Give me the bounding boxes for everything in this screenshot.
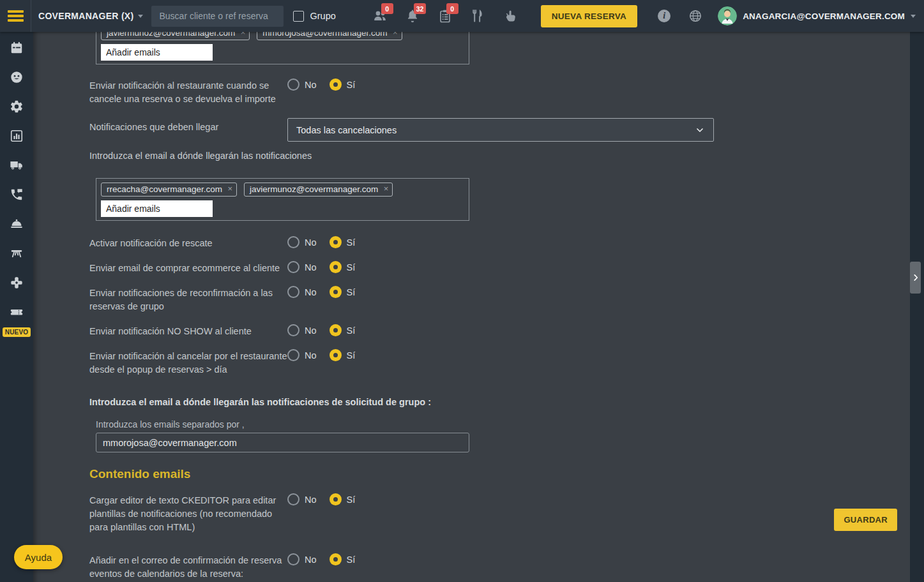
radio-no-label[interactable]: No [305,237,317,248]
remove-tag-icon[interactable]: × [241,32,246,37]
radio-no-label[interactable]: No [305,287,317,297]
radio-no[interactable] [287,349,299,361]
customer-face-icon [10,70,24,84]
radio-si-label[interactable]: Sí [347,237,356,248]
group-emails-input[interactable] [96,433,469,452]
radio-si[interactable] [329,324,342,336]
radio-no-label[interactable]: No [305,350,317,361]
radio-no[interactable] [287,553,299,565]
hamburger-menu-button[interactable] [0,0,31,32]
topbar: COVERMANAGER (X) Grupo 0 32 [0,0,924,32]
radio-si[interactable] [329,261,342,273]
radio-si-label[interactable]: Sí [347,262,356,272]
radio-si[interactable] [329,349,342,361]
gear-icon [10,100,24,114]
sidebar-item-callcenter[interactable] [0,180,33,209]
radio-si-label[interactable]: Sí [347,80,356,90]
nuevo-badge: NUEVO [3,327,31,337]
hand-icon [503,8,518,24]
notifications-type-row: Notificaciones que deben llegar Todas la… [89,121,910,142]
radio-no[interactable] [287,78,299,91]
radio-no[interactable] [287,236,299,248]
radio-si[interactable] [329,236,342,248]
radio-no[interactable] [287,261,299,273]
notification-emails-box-1[interactable]: javiermunoz@covermanager.com × mmorojosa… [96,32,469,64]
notification-emails-box-2[interactable]: rrecacha@covermanager.com × javiermunoz@… [96,178,469,221]
grupo-checkbox[interactable] [293,11,304,22]
setting-row: Enviar notificaciones de reconfirmación … [89,287,910,313]
radio-no-label[interactable]: No [305,80,317,90]
radio-no[interactable] [287,286,299,298]
restaurant-selector[interactable]: COVERMANAGER (X) [38,11,143,21]
email-tag: rrecacha@covermanager.com × [101,183,237,197]
restaurant-icon [470,8,485,24]
remove-tag-icon[interactable]: × [227,184,232,193]
radio-no-label[interactable]: No [305,262,317,272]
setting-row: Cargar editor de texto CKEDITOR para edi… [89,494,910,534]
add-emails-input[interactable] [101,200,213,217]
notifications-type-select[interactable]: Todas las cancelaciones [287,118,714,142]
radio-si[interactable] [329,493,342,505]
waitlist-button[interactable]: 0 [437,8,453,24]
email-tag: mmorojosa@covermanager.com × [257,32,402,40]
radio-no-label[interactable]: No [305,325,317,336]
search-input[interactable] [151,6,284,27]
grupo-label: Grupo [310,11,335,21]
expand-panel-handle[interactable] [910,262,921,294]
radio-no[interactable] [287,493,299,505]
service-button[interactable] [503,8,518,24]
ticket-icon [10,305,24,319]
radio-si[interactable] [329,286,342,298]
setting-row: Enviar notificación al cancelar por el r… [89,350,910,377]
setting-label: Enviar notificación al cancelar por el r… [89,350,287,377]
sidebar: NUEVO [0,32,33,582]
radio-si-label[interactable]: Sí [347,495,356,505]
setting-label: Enviar email de comprar ecommerce al cli… [89,262,287,275]
sidebar-item-tickets[interactable] [0,297,33,327]
remove-tag-icon[interactable]: × [384,184,389,193]
chevron-right-icon [911,273,920,282]
user-menu[interactable]: ANAGARCIA@COVERMANAGER.COM [718,6,916,26]
sidebar-item-statistics[interactable] [0,121,33,151]
sidebar-item-customers[interactable] [0,63,33,92]
radio-no-label[interactable]: No [305,555,317,565]
chevron-down-icon [695,125,705,135]
section-heading: Contenido emails [89,467,910,481]
settings-form: javiermunoz@covermanager.com × mmorojosa… [33,32,910,582]
guests-badge: 0 [381,3,393,14]
setting-row: Enviar email de comprar ecommerce al cli… [89,262,910,275]
remove-tag-icon[interactable]: × [393,32,398,37]
user-email: ANAGARCIA@COVERMANAGER.COM [743,11,905,21]
bar-chart-icon [10,129,24,143]
radio-no[interactable] [287,324,299,336]
new-reservation-button[interactable]: NUEVA RESERVA [541,5,637,27]
save-button[interactable]: GUARDAR [834,509,897,531]
sidebar-item-settings[interactable] [0,92,33,121]
sidebar-item-room-service[interactable] [0,209,33,239]
radio-no-label[interactable]: No [305,495,317,505]
sidebar-item-integrations[interactable] [0,268,33,297]
dpad-cross-icon [10,276,24,290]
sidebar-item-delivery[interactable] [0,151,33,180]
info-icon[interactable]: i [658,10,670,22]
radio-si-label[interactable]: Sí [347,350,356,361]
radio-si-label[interactable]: Sí [347,325,356,336]
add-emails-input[interactable] [101,44,213,61]
radio-si[interactable] [329,553,342,565]
language-button[interactable] [688,9,702,23]
radio-si-label[interactable]: Sí [347,287,356,297]
setting-row: Añadir en el correo de confirmación de r… [89,554,910,581]
chevron-down-icon [911,15,916,18]
phone-message-icon [10,188,24,202]
sidebar-item-calendar[interactable] [0,33,33,63]
setting-row: Enviar notificación NO SHOW al cliente N… [89,325,910,338]
sidebar-item-tables[interactable] [0,239,33,268]
truck-icon [10,158,24,172]
radio-si-label[interactable]: Sí [347,555,356,565]
help-button[interactable]: Ayuda [14,545,63,569]
radio-si[interactable] [329,78,342,91]
setting-label: Cargar editor de texto CKEDITOR para edi… [89,494,287,534]
guests-button[interactable]: 0 [372,8,388,24]
notifications-button[interactable]: 32 [405,8,420,24]
restaurant-button[interactable] [470,8,485,24]
